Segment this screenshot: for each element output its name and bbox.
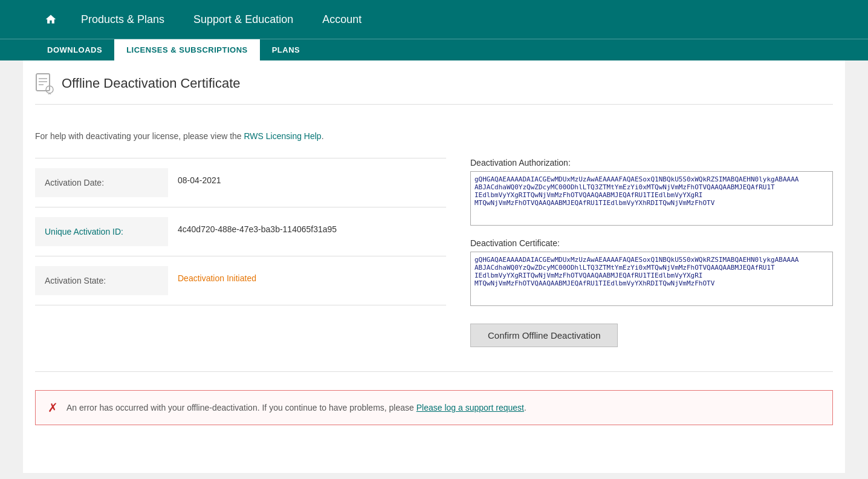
- home-button[interactable]: [35, 0, 66, 39]
- sub-nav-licenses[interactable]: LICENSES & SUBSCRIPTIONS: [114, 39, 260, 60]
- deactivation-auth-textarea[interactable]: gQHGAQAEAAAADAIACGEwMDUxMzUzAwAEAAAAFAQA…: [470, 171, 833, 226]
- nav-products-plans[interactable]: Products & Plans: [66, 0, 179, 39]
- unique-id-row: Unique Activation ID: 4c40d720-488e-47e3…: [35, 207, 446, 256]
- help-text: For help with deactivating your license,…: [35, 131, 833, 141]
- rws-licensing-help-link[interactable]: RWS Licensing Help: [244, 131, 322, 141]
- confirm-offline-deactivation-button[interactable]: Confirm Offline Deactivation: [470, 324, 618, 347]
- cert-label: Deactivation Certificate:: [470, 238, 833, 248]
- svg-rect-0: [36, 74, 50, 91]
- deactivation-cert-textarea[interactable]: gQHGAQAEAAAADAIACGEwMDUxMzUzAwAEAAAAFAQA…: [470, 252, 833, 306]
- form-grid: Activation Date: 08-04-2021 Unique Activ…: [35, 158, 833, 347]
- unique-id-label: Unique Activation ID:: [35, 217, 168, 246]
- main-content: Offline Deactivation Certificate For hel…: [23, 60, 845, 473]
- activation-date-value: 08-04-2021: [168, 168, 446, 192]
- top-nav: Products & Plans Support & Education Acc…: [0, 0, 868, 60]
- content-box: For help with deactivating your license,…: [35, 119, 833, 359]
- activation-date-label: Activation Date:: [35, 168, 168, 197]
- certificate-icon: [35, 73, 54, 94]
- activation-state-value: Deactivation Initiated: [168, 266, 446, 290]
- right-column: Deactivation Authorization: gQHGAQAEAAAA…: [470, 158, 833, 347]
- error-banner: ✗ An error has occurred with your offlin…: [35, 390, 833, 425]
- nav-account[interactable]: Account: [308, 0, 376, 39]
- auth-label: Deactivation Authorization:: [470, 158, 833, 168]
- page-header: Offline Deactivation Certificate: [35, 73, 833, 105]
- page-title: Offline Deactivation Certificate: [62, 76, 241, 91]
- error-icon: ✗: [48, 400, 58, 415]
- divider: [35, 371, 833, 372]
- activation-state-row: Activation State: Deactivation Initiated: [35, 256, 446, 305]
- left-column: Activation Date: 08-04-2021 Unique Activ…: [35, 158, 446, 347]
- sub-nav-plans[interactable]: PLANS: [260, 39, 313, 60]
- support-request-link[interactable]: Please log a support request: [416, 403, 524, 412]
- activation-date-row: Activation Date: 08-04-2021: [35, 158, 446, 207]
- sub-nav-downloads[interactable]: DOWNLOADS: [35, 39, 114, 60]
- activation-state-label: Activation State:: [35, 266, 168, 295]
- nav-support-education[interactable]: Support & Education: [179, 0, 308, 39]
- unique-id-value: 4c40d720-488e-47e3-ba3b-114065f31a95: [168, 217, 446, 241]
- error-message: An error has occurred with your offline-…: [66, 403, 526, 412]
